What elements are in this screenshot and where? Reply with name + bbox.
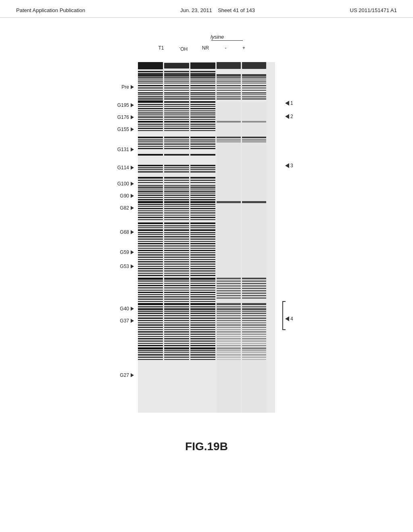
arrow-g37 [131,319,134,323]
lane-g82: G82 [120,205,134,211]
svg-rect-236 [138,236,163,237]
svg-rect-273 [164,264,189,265]
svg-rect-207 [164,212,189,214]
svg-rect-423 [190,341,215,342]
svg-rect-108 [138,126,163,127]
svg-rect-209 [138,215,163,216]
svg-rect-225 [164,227,189,228]
page-header: Patent Application Publication Jun. 23, … [0,0,413,18]
col-oh: -OH [172,45,194,52]
svg-rect-21 [138,94,163,95]
svg-rect-174 [164,187,189,188]
svg-rect-68 [242,90,266,91]
svg-rect-226 [190,227,215,228]
svg-rect-77 [164,104,189,105]
svg-rect-265 [190,257,215,258]
svg-rect-156 [138,177,163,179]
svg-rect-300 [164,285,189,286]
svg-rect-166 [138,187,163,188]
svg-rect-367 [164,315,189,316]
svg-rect-398 [190,329,215,330]
svg-rect-343 [190,303,215,305]
svg-rect-260 [138,254,163,256]
svg-rect-376 [138,320,163,321]
svg-rect-347 [164,306,189,308]
svg-rect-35 [164,94,189,95]
arrow-pre [131,85,134,89]
svg-rect-92 [164,114,189,115]
svg-rect-391 [138,327,163,328]
gel-image [138,62,275,413]
svg-rect-321 [164,301,189,302]
svg-rect-19 [138,90,163,91]
svg-rect-285 [164,273,189,274]
svg-rect-62 [242,77,266,78]
svg-rect-275 [138,266,163,267]
lane-g37: G37 [120,318,134,324]
figure-label: FIG.19B [185,440,228,453]
svg-rect-90 [190,112,215,114]
svg-rect-223 [190,225,215,227]
svg-rect-422 [164,341,189,342]
svg-rect-401 [138,331,163,332]
lane-g131: G131 [117,147,134,152]
svg-rect-178 [164,195,189,196]
svg-rect-253 [190,248,215,249]
svg-rect-403 [190,331,215,332]
svg-rect-433 [190,345,215,346]
date-label: Jun. 23, 2011 [180,7,212,13]
svg-rect-436 [138,347,163,349]
svg-rect-61 [217,98,241,100]
svg-rect-138 [138,148,163,149]
svg-rect-373 [190,318,215,319]
svg-rect-57 [217,90,241,91]
patent-number-label: US 2011/151471 A1 [350,7,397,13]
svg-rect-45 [190,87,215,89]
svg-rect-210 [164,215,189,216]
svg-rect-98 [164,119,189,120]
arrow-g68 [131,230,134,234]
right-label-3: 3 [285,163,293,168]
svg-rect-102 [190,121,215,123]
svg-rect-6 [138,74,163,76]
svg-rect-9 [217,74,241,76]
svg-rect-206 [138,212,163,214]
svg-rect-296 [138,283,163,284]
date-sheet-label: Jun. 23, 2011 Sheet 41 of 143 [180,7,255,13]
svg-rect-291 [164,278,189,280]
arrow-g40 [131,307,134,311]
svg-rect-124 [190,139,215,141]
svg-rect-382 [164,322,189,323]
svg-rect-100 [138,121,163,123]
svg-rect-216 [164,219,189,220]
svg-rect-319 [190,299,215,300]
svg-rect-249 [164,245,189,247]
svg-rect-191 [190,201,215,203]
svg-rect-196 [190,204,215,205]
svg-rect-37 [164,98,189,100]
svg-rect-378 [190,320,215,321]
svg-rect-363 [190,313,215,314]
svg-rect-186 [190,195,215,196]
svg-rect-342 [164,303,189,305]
svg-rect-402 [164,331,189,332]
svg-rect-179 [164,197,189,198]
svg-rect-116 [190,130,215,131]
svg-rect-190 [164,201,189,203]
svg-rect-317 [138,299,163,300]
svg-rect-213 [164,217,189,218]
svg-rect-235 [190,234,215,235]
svg-rect-270 [164,261,189,262]
svg-rect-346 [138,306,163,308]
svg-rect-351 [138,308,163,310]
bracket-4-line [282,301,283,330]
svg-rect-144 [138,165,163,166]
svg-rect-288 [164,275,189,276]
svg-rect-407 [164,334,189,335]
svg-rect-309 [164,292,189,293]
svg-rect-67 [242,87,266,89]
svg-rect-81 [190,106,215,107]
svg-rect-182 [190,187,215,188]
svg-rect-155 [190,171,215,172]
svg-rect-31 [164,85,189,86]
